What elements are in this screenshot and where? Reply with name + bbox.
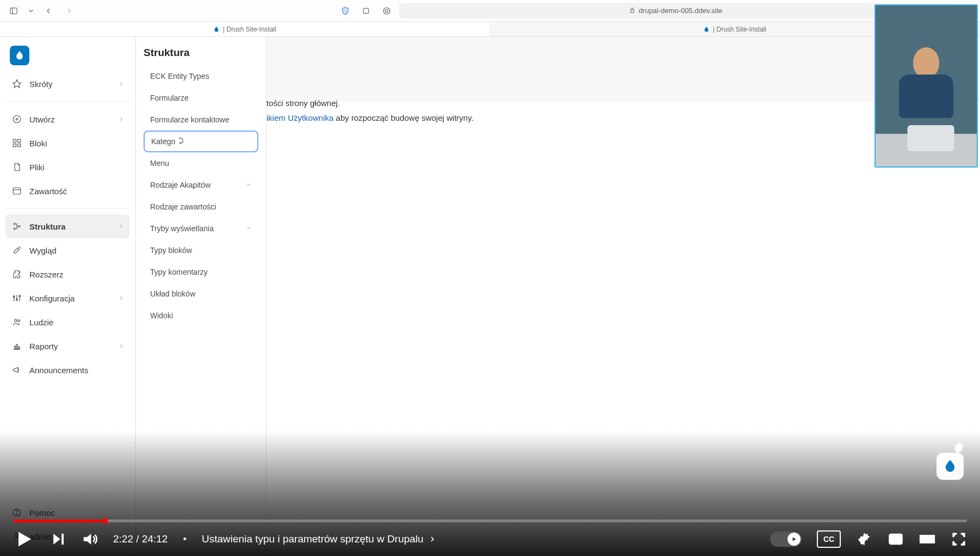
subpanel-item-1[interactable]: Formularze xyxy=(144,87,258,109)
sidebar-item-pliki[interactable]: Pliki xyxy=(5,155,130,179)
sidebar-item-label: Utwórz xyxy=(29,115,55,124)
content-text-2: aby rozpocząć budowę swojej witryny. xyxy=(333,113,473,122)
subpanel-item-0[interactable]: ECK Entity Types xyxy=(144,65,258,87)
subpanel-item-4[interactable]: Menu xyxy=(144,152,258,174)
divider xyxy=(5,208,130,209)
settings-button[interactable] xyxy=(856,531,872,547)
struktura-subpanel: Struktura ECK Entity TypesFormularzeForm… xyxy=(136,37,266,556)
subpanel-item-label: Formularze kontaktowe xyxy=(150,115,230,124)
svg-rect-28 xyxy=(15,346,16,349)
theater-button[interactable] xyxy=(919,531,935,547)
divider xyxy=(5,495,130,495)
sidebar-item-label: Konfiguracja xyxy=(29,294,75,303)
presenter-figure xyxy=(896,47,956,118)
subpanel-item-label: Rodzaje Akapitów xyxy=(150,181,210,189)
shield-icon[interactable] xyxy=(338,4,352,18)
stop-icon[interactable] xyxy=(359,4,373,18)
address-url: drupal-demo-005.ddev.site xyxy=(639,7,723,15)
svg-point-16 xyxy=(14,223,15,225)
subpanel-item-6[interactable]: Rodzaje zawartości xyxy=(144,196,258,218)
sidebar-item-utworz[interactable]: Utwórz xyxy=(5,107,130,131)
miniplayer-button[interactable] xyxy=(888,531,904,547)
subpanel-item-label: Tryby wyświetlania xyxy=(150,224,214,233)
fullscreen-button[interactable] xyxy=(951,531,967,547)
browser-toolbar: drupal-demo-005.ddev.site xyxy=(0,0,980,22)
svg-rect-14 xyxy=(13,188,21,194)
drupal-icon xyxy=(703,26,710,33)
user-guide-link[interactable]: ikiem Użytkownika xyxy=(266,113,333,122)
chapter-title-text: Ustawienia typu i parametrów sprzętu w D… xyxy=(202,533,424,545)
address-bar[interactable]: drupal-demo-005.ddev.site xyxy=(399,3,952,18)
chevron-right-icon xyxy=(118,115,125,124)
sidebar-item-skroty[interactable]: Skróty xyxy=(5,72,130,96)
tab-label: | Drush Site-Install xyxy=(223,26,276,33)
volume-button[interactable] xyxy=(82,531,98,547)
main-content: tości strony głównej. ikiem Użytkownika … xyxy=(266,37,980,556)
sidebar-item-raporty[interactable]: Raporty xyxy=(5,334,130,358)
subpanel-item-7[interactable]: Tryby wyświetlania xyxy=(144,218,258,239)
autoplay-toggle[interactable] xyxy=(770,532,802,547)
chevron-right-icon xyxy=(118,342,125,351)
subpanel-title: Struktura xyxy=(144,47,258,59)
sidebar-item-rozszerz[interactable]: Rozszerz xyxy=(5,262,130,286)
forward-button xyxy=(62,4,76,18)
sidebar-item-label: Raporty xyxy=(29,342,58,351)
subpanel-item-8[interactable]: Typy bloków xyxy=(144,239,258,261)
svg-rect-30 xyxy=(18,347,20,350)
sidebar-item-bloki[interactable]: Bloki xyxy=(5,131,130,155)
browser-tab-1[interactable]: | Drush Site-Install xyxy=(0,22,490,36)
sidebar-item-label: Announcements xyxy=(29,366,88,375)
sidebar-item-label: Pomoc xyxy=(29,508,55,517)
content-fragment: tości strony głównej. ikiem Użytkownika … xyxy=(266,96,474,125)
subpanel-item-11[interactable]: Widoki xyxy=(144,305,258,326)
subpanel-item-5[interactable]: Rodzaje Akapitów xyxy=(144,174,258,196)
sidebar-item-struktura[interactable]: Struktura xyxy=(5,214,130,238)
svg-rect-29 xyxy=(16,344,17,349)
sidebar-toggle-icon[interactable] xyxy=(7,4,21,18)
svg-marker-38 xyxy=(793,538,796,541)
svg-point-17 xyxy=(14,228,15,230)
dropdown-caret-icon[interactable] xyxy=(27,4,35,18)
sidebar-item-zawartosc[interactable]: Zawartość xyxy=(5,179,130,203)
star-icon xyxy=(11,79,23,89)
tab-label: | Drush Site-Install xyxy=(713,26,766,33)
svg-rect-12 xyxy=(13,144,16,147)
svg-marker-35 xyxy=(53,534,60,545)
help-icon xyxy=(11,508,23,517)
svg-point-4 xyxy=(385,9,388,12)
chapter-title-button[interactable]: Ustawienia typu i parametrów sprzętu w D… xyxy=(202,533,437,545)
subpanel-item-10[interactable]: Układ bloków xyxy=(144,283,258,305)
subpanel-item-label: Katego xyxy=(151,137,175,146)
subpanel-item-3[interactable]: Katego xyxy=(144,131,258,152)
sidebar-item-label: Wygląd xyxy=(29,246,57,255)
plus-circle-icon xyxy=(11,114,23,124)
browser-tabs: | Drush Site-Install | Drush Site-Instal… xyxy=(0,22,980,37)
extensions-icon[interactable] xyxy=(380,4,394,18)
svg-marker-6 xyxy=(13,80,21,88)
svg-rect-41 xyxy=(896,539,901,542)
subpanel-item-2[interactable]: Formularze kontaktowe xyxy=(144,109,258,131)
svg-point-26 xyxy=(18,320,20,322)
subpanel-item-9[interactable]: Typy komentarzy xyxy=(144,261,258,283)
sidebar-item-konfiguracja[interactable]: Konfiguracja xyxy=(5,286,130,310)
admin-sidebar: Skróty Utwórz Bloki Pliki Zawartość xyxy=(0,37,136,556)
drupal-admin: Skróty Utwórz Bloki Pliki Zawartość xyxy=(0,37,980,556)
svg-point-3 xyxy=(383,8,390,14)
back-button[interactable] xyxy=(41,4,55,18)
grid-icon xyxy=(11,138,23,148)
svg-rect-2 xyxy=(363,8,368,13)
svg-rect-0 xyxy=(10,8,17,14)
sidebar-item-announcements[interactable]: Announcements xyxy=(5,358,130,382)
svg-rect-11 xyxy=(18,139,21,142)
captions-button[interactable]: CC xyxy=(817,530,841,548)
play-button[interactable] xyxy=(13,528,35,550)
subpanel-item-label: ECK Entity Types xyxy=(150,72,209,81)
sliders-icon xyxy=(11,293,23,303)
drupal-logo[interactable] xyxy=(10,46,29,65)
sidebar-item-wyglad[interactable]: Wygląd xyxy=(5,238,130,262)
drupal-icon xyxy=(213,26,220,33)
subpanel-item-label: Układ bloków xyxy=(150,289,195,298)
svg-rect-10 xyxy=(13,139,16,142)
next-button[interactable] xyxy=(50,531,66,547)
sidebar-item-ludzie[interactable]: Ludzie xyxy=(5,310,130,334)
